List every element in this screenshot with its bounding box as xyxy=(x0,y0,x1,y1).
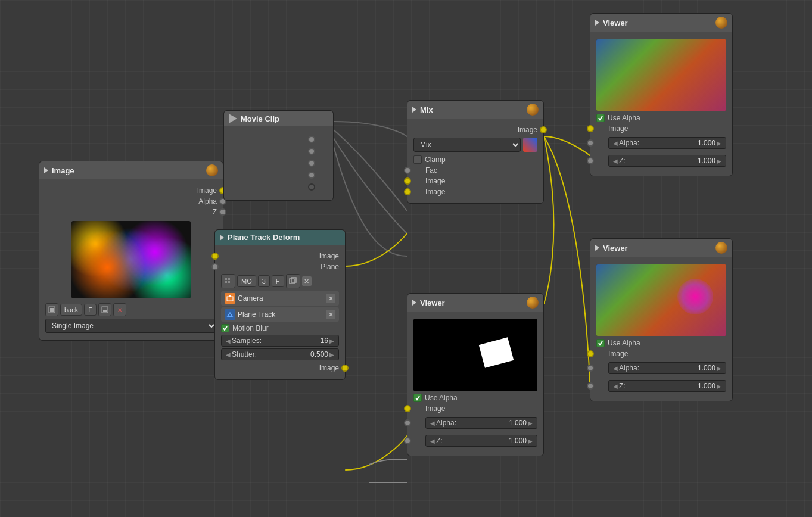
viewer3-body: Use Alpha Image ◀ Alpha: 1.000 ▶ ◀ Z: 1.… xyxy=(407,312,543,456)
plane-track-close-btn[interactable]: ✕ xyxy=(326,310,335,319)
viewer1-z-right[interactable]: ▶ xyxy=(715,158,723,164)
viewer3-use-alpha-checkbox[interactable] xyxy=(413,394,422,402)
image-output-z: Z xyxy=(45,208,217,216)
mix-input-image2-socket[interactable] xyxy=(404,188,411,195)
viewer1-use-alpha-row: Use Alpha xyxy=(596,114,726,122)
viewer3-use-alpha-row: Use Alpha xyxy=(413,394,537,402)
mix-input-fac-socket[interactable] xyxy=(404,167,411,174)
mix-input-image1-socket[interactable] xyxy=(404,177,411,185)
viewer3-alpha-label: Alpha: xyxy=(436,419,509,427)
viewer2-header[interactable]: Viewer xyxy=(590,239,732,257)
camera-close-btn[interactable]: ✕ xyxy=(326,294,335,303)
viewer1-use-alpha-label: Use Alpha xyxy=(608,114,640,122)
samples-left-arrow[interactable]: ◀ xyxy=(225,338,232,344)
samples-right-arrow[interactable]: ▶ xyxy=(328,338,335,344)
collapse-triangle[interactable] xyxy=(44,167,48,173)
mc-out-4[interactable] xyxy=(308,172,315,179)
viewer2-input-z-socket[interactable] xyxy=(587,382,594,390)
viewer3-header[interactable]: Viewer xyxy=(407,294,543,312)
mix-node: Mix Image Mix Clamp Fac Image Image xyxy=(407,100,544,204)
image-type-dropdown[interactable]: Single Image xyxy=(45,319,217,333)
ptd-input-image-socket[interactable] xyxy=(211,253,219,260)
camera-row[interactable]: Camera ✕ xyxy=(221,291,339,306)
ptd-input-plane-socket[interactable] xyxy=(211,263,219,270)
viewer1-input-image-socket[interactable] xyxy=(587,125,594,132)
white-shape xyxy=(479,337,514,368)
viewer3-use-alpha-label: Use Alpha xyxy=(425,394,458,402)
viewer1-header[interactable]: Viewer xyxy=(590,14,732,32)
viewer3-collapse-triangle[interactable] xyxy=(412,300,416,306)
viewer1-alpha-right[interactable]: ▶ xyxy=(715,140,723,147)
mc-out-5[interactable] xyxy=(308,183,315,191)
ptd-collapse-triangle[interactable] xyxy=(220,235,224,241)
plane-row[interactable]: Plane Track ✕ xyxy=(221,307,339,322)
ptd-header[interactable]: Plane Track Deform xyxy=(215,230,345,245)
viewer2-input-image-socket[interactable] xyxy=(587,350,594,357)
viewer2-collapse-triangle[interactable] xyxy=(595,245,599,251)
mix-input-fac: Fac xyxy=(413,166,537,175)
viewer2-body: Use Alpha Image ◀ Alpha: 1.000 ▶ ◀ Z: 1.… xyxy=(590,257,732,401)
mc-out-3[interactable] xyxy=(308,160,315,167)
viewer1-collapse-triangle[interactable] xyxy=(595,20,599,26)
viewer3-alpha-right[interactable]: ▶ xyxy=(527,420,534,426)
svg-rect-3 xyxy=(103,310,107,312)
image-node: Image Image Alpha Z back F ✕ xyxy=(39,161,223,341)
svg-rect-6 xyxy=(225,281,227,283)
viewer3-input-z-socket[interactable] xyxy=(404,437,411,444)
viewer3-z-left[interactable]: ◀ xyxy=(429,438,436,444)
viewer1-alpha-left[interactable]: ◀ xyxy=(612,140,619,147)
image-output-alpha: Alpha xyxy=(45,197,217,205)
image-output-z-socket[interactable] xyxy=(219,208,226,216)
f-button[interactable]: F xyxy=(84,304,97,316)
viewer1-use-alpha-checkbox[interactable] xyxy=(596,114,605,122)
image-node-icon xyxy=(206,164,218,176)
shutter-left-arrow[interactable]: ◀ xyxy=(225,351,232,358)
viewer2-use-alpha-checkbox[interactable] xyxy=(596,339,605,347)
viewer3-input-alpha: ◀ Alpha: 1.000 ▶ xyxy=(413,415,537,431)
mix-collapse-triangle[interactable] xyxy=(412,107,416,113)
mix-header[interactable]: Mix xyxy=(407,101,543,119)
ptd-mo-btn[interactable]: MO xyxy=(237,275,256,287)
viewer2-input-alpha: ◀ Alpha: 1.000 ▶ xyxy=(596,360,726,376)
image-icon-btn[interactable] xyxy=(45,303,58,316)
mc-out-2[interactable] xyxy=(308,148,315,155)
viewer2-z-left[interactable]: ◀ xyxy=(612,383,619,390)
viewer1-input-alpha-socket[interactable] xyxy=(587,139,594,147)
viewer3-input-alpha-socket[interactable] xyxy=(404,419,411,426)
mix-mode-dropdown[interactable]: Mix xyxy=(413,138,521,152)
mix-mode-row: Mix xyxy=(413,138,537,152)
viewer3-input-image-socket[interactable] xyxy=(404,405,411,412)
mc-out-1[interactable] xyxy=(308,136,315,143)
close-icon-btn[interactable]: ✕ xyxy=(113,303,126,316)
viewer2-alpha-left[interactable]: ◀ xyxy=(612,365,619,372)
mix-input-fac-label: Fac xyxy=(413,166,437,175)
ptd-3-btn[interactable]: 3 xyxy=(258,275,270,287)
ptd-grid-icon[interactable] xyxy=(221,274,235,288)
viewer2-input-alpha-socket[interactable] xyxy=(587,365,594,372)
back-button[interactable]: back xyxy=(60,304,82,316)
viewer3-thumbnail xyxy=(413,319,537,391)
mix-title: Mix xyxy=(420,105,523,114)
viewer3-input-image: Image xyxy=(413,404,537,413)
bokeh-image xyxy=(71,221,191,298)
viewer2-alpha-right[interactable]: ▶ xyxy=(715,365,723,372)
shutter-right-arrow[interactable]: ▶ xyxy=(328,351,335,358)
mix-mode-icon xyxy=(523,138,537,152)
viewer3-alpha-value: 1.000 xyxy=(509,419,527,427)
viewer3-z-right[interactable]: ▶ xyxy=(527,438,534,444)
movie-clip-header[interactable]: Movie Clip xyxy=(224,111,333,126)
motion-blur-checkbox[interactable] xyxy=(221,324,229,332)
viewer2-icon xyxy=(715,242,727,254)
ptd-output-image-socket[interactable] xyxy=(341,365,349,372)
ptd-f-btn[interactable]: F xyxy=(272,275,284,287)
save-icon-btn[interactable] xyxy=(98,303,111,316)
clamp-checkbox[interactable] xyxy=(413,155,422,164)
viewer3-alpha-left[interactable]: ◀ xyxy=(429,420,436,426)
viewer1-z-left[interactable]: ◀ xyxy=(612,158,619,164)
viewer2-z-right[interactable]: ▶ xyxy=(715,383,723,390)
image-node-header[interactable]: Image xyxy=(39,161,223,179)
viewer1-input-z-socket[interactable] xyxy=(587,157,594,164)
mix-output-socket[interactable] xyxy=(540,126,547,133)
ptd-copy-icon[interactable] xyxy=(286,274,300,288)
ptd-close-icon[interactable]: ✕ xyxy=(302,276,312,286)
